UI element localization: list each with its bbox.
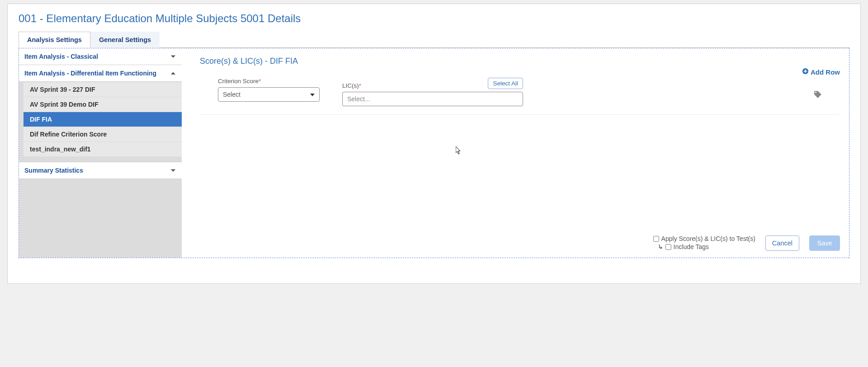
chevron-down-icon [170,53,176,60]
criterion-score-label: Criterion Score* [218,78,320,85]
row-actions [546,78,840,100]
tag-icon[interactable] [814,90,822,100]
cancel-label: Cancel [772,240,793,247]
accordion-item-analysis-dif[interactable]: Item Analysis - Differential Item Functi… [19,65,182,82]
tab-general-label: General Settings [99,36,151,43]
accordion-classical-label: Item Analysis - Classical [24,53,98,60]
select-all-button[interactable]: Select All [488,78,523,89]
sidebar-item-label: Dif Refine Criterion Score [30,131,107,138]
chevron-up-icon [170,70,176,76]
content-area: Item Analysis - Classical Item Analysis … [19,48,849,258]
main-panel: Score(s) & LIC(s) - DIF FIA Add Row Crit… [182,48,849,258]
tab-analysis-settings[interactable]: Analysis Settings [19,32,90,48]
plus-circle-icon [802,68,809,76]
page-title: 001 - Elementary Education Multiple Subj… [19,12,849,25]
add-row-button[interactable]: Add Row [802,68,840,76]
sidebar-item-av-sprint-39-227-dif[interactable]: AV Sprint 39 - 227 DIF [24,82,182,97]
lic-header-row: LIC(s)* Select All [342,78,523,89]
select-all-label: Select All [493,80,518,87]
apply-to-tests-line: Apply Score(s) & LIC(s) to Test(s) [653,235,755,242]
criterion-score-select[interactable]: Select [218,87,320,102]
save-button[interactable]: Save [809,235,840,251]
chevron-down-icon [170,167,176,174]
footer-row: Apply Score(s) & LIC(s) to Test(s) ↳ Inc… [200,231,840,251]
required-star-icon: * [359,82,361,89]
lic-multiselect[interactable]: Select... [342,92,523,106]
lic-label: LIC(s)* [342,82,361,89]
tab-row: Analysis Settings General Settings [19,31,849,48]
include-tags-label: Include Tags [674,243,709,250]
accordion-summary-label: Summary Statistics [24,167,83,174]
include-tags-line: ↳ Include Tags [653,243,755,250]
lic-col: LIC(s)* Select All Select... [342,78,523,106]
cancel-button[interactable]: Cancel [765,235,799,251]
criterion-score-col: Criterion Score* Select [218,78,320,102]
accordion-summary-statistics[interactable]: Summary Statistics [19,162,182,179]
spacer [200,115,840,231]
toolbar-row: Add Row [200,68,840,76]
include-tags-checkbox[interactable] [665,244,671,250]
section-title: Score(s) & LIC(s) - DIF FIA [200,56,840,66]
sidebar-item-label: AV Sprint 39 Demo DIF [30,101,98,108]
lic-label-text: LIC(s) [342,82,359,89]
criterion-score-label-text: Criterion Score [218,78,259,85]
accordion-item-analysis-classical[interactable]: Item Analysis - Classical [19,48,182,65]
accordion-dif-label: Item Analysis - Differential Item Functi… [24,70,156,77]
sidebar-item-dif-fia[interactable]: DIF FIA [24,112,182,127]
sidebar-item-label: AV Sprint 39 - 227 DIF [30,86,95,93]
details-panel: 001 - Elementary Education Multiple Subj… [7,4,861,284]
score-lic-row: Criterion Score* Select LIC(s)* Select A… [200,78,840,115]
criterion-score-placeholder: Select [223,91,241,98]
apply-to-tests-checkbox[interactable] [653,236,659,242]
footer-options: Apply Score(s) & LIC(s) to Test(s) ↳ Inc… [653,235,755,251]
sidebar-item-av-sprint-39-demo-dif[interactable]: AV Sprint 39 Demo DIF [24,97,182,112]
indent-arrow-icon: ↳ [658,243,663,250]
svg-rect-2 [804,71,807,72]
sidebar-item-test-indra-new-dif1[interactable]: test_indra_new_dif1 [24,142,182,156]
accordion-dif-body: AV Sprint 39 - 227 DIF AV Sprint 39 Demo… [19,82,182,162]
tab-general-settings[interactable]: General Settings [90,32,160,48]
analysis-sidebar: Item Analysis - Classical Item Analysis … [19,48,182,258]
apply-to-tests-label: Apply Score(s) & LIC(s) to Test(s) [661,235,755,242]
save-label: Save [817,240,832,247]
tab-analysis-label: Analysis Settings [27,36,82,43]
lic-placeholder: Select... [347,95,370,103]
required-star-icon: * [259,78,261,85]
sidebar-item-dif-refine-criterion-score[interactable]: Dif Refine Criterion Score [24,127,182,141]
sidebar-item-label: DIF FIA [30,116,52,123]
sidebar-item-label: test_indra_new_dif1 [30,146,91,153]
add-row-label: Add Row [811,68,840,76]
